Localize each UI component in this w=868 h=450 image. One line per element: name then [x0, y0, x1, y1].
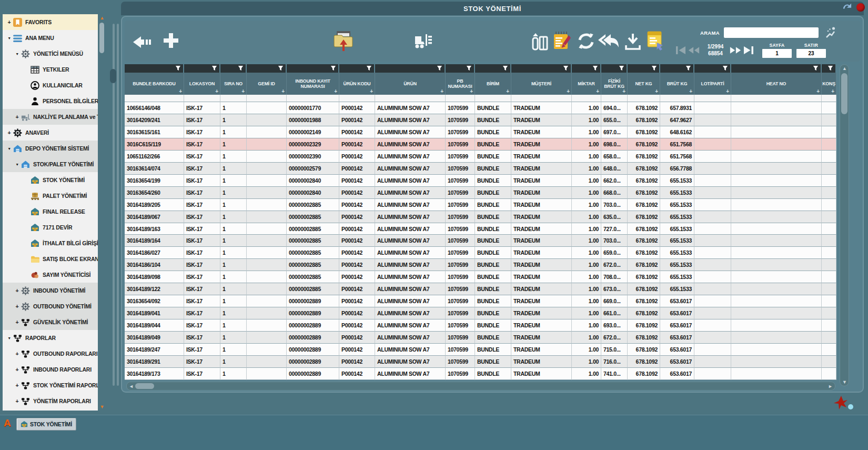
table-row[interactable]: 30164189/247ISK-17100000002889P000142ALU… — [125, 344, 838, 356]
undo-all-icon[interactable] — [598, 33, 621, 50]
collapse-icon[interactable]: ▼ — [6, 36, 12, 40]
table-row[interactable]: 30164186/104ISK-17100000002885P000142ALU… — [125, 259, 838, 271]
page-input[interactable] — [762, 49, 792, 58]
run-search-icon[interactable] — [825, 26, 837, 39]
sidebar-item-ana-menu[interactable]: ▼ANA MENU — [3, 30, 98, 46]
table-row[interactable]: 30164189/291ISK-17100000002889P000142ALU… — [125, 356, 838, 368]
sidebar-item-kullanicilar[interactable]: KULLANICILAR — [3, 77, 98, 93]
next-page-icon[interactable] — [730, 45, 741, 56]
entry-cell[interactable] — [511, 95, 572, 102]
expand-icon[interactable]: + — [14, 287, 20, 294]
export-icon[interactable] — [644, 30, 665, 51]
last-page-icon[interactable] — [743, 45, 754, 56]
expand-icon[interactable]: + — [14, 319, 20, 325]
collapse-icon[interactable]: ▼ — [14, 163, 20, 166]
table-row[interactable]: 30163654/092ISK-17100000002889P000142ALU… — [125, 295, 838, 307]
sidebar-item-depo-y-neti-m-si-stemi[interactable]: ▼DEPO YÖNETİM SİSTEMİ — [3, 141, 98, 156]
sidebar-item-palet-y-neti-mi[interactable]: PALET YÖNETİMİ — [3, 188, 98, 204]
scroll-up-icon[interactable]: ▲ — [99, 15, 105, 21]
entry-cell[interactable] — [628, 95, 660, 102]
filter-cell-kon[interactable] — [822, 64, 836, 73]
filter-cell-gemi-id[interactable] — [247, 64, 287, 73]
table-row[interactable]: 30164189/122ISK-17100000002885P000142ALU… — [125, 283, 838, 295]
sidebar-item-sayim-y-neti-ci-si[interactable]: SAYIM YÖNETİCİSİ — [3, 267, 98, 283]
column-header-r-n-kodu[interactable]: ÜRÜN KODU+ — [339, 73, 375, 95]
expand-icon[interactable]: + — [14, 398, 20, 404]
vertical-scrollbar-thumb[interactable] — [841, 73, 847, 114]
column-header-heat-no[interactable]: HEAT NO+ — [731, 73, 822, 95]
sidebar-item-inbound-y-neti-mi[interactable]: +INBOUND YÖNETİMİ — [3, 283, 98, 298]
undo-arrow-icon[interactable] — [841, 2, 853, 13]
column-header-mi-ktar[interactable]: MİKTAR+ — [572, 73, 601, 95]
filter-cell-r-n-kodu[interactable] — [339, 64, 375, 73]
vertical-scrollbar[interactable]: ▲ ▼ — [840, 64, 849, 386]
prev-page-icon[interactable] — [688, 45, 700, 56]
entry-cell[interactable] — [247, 95, 287, 102]
taskbar-app-button[interactable]: STOK YÖNETİMİ — [16, 418, 76, 431]
table-row[interactable]: 30164189/205ISK-17100000002885P000142ALU… — [125, 199, 838, 211]
filter-cell-m-teri[interactable] — [511, 64, 572, 73]
splitter-handle[interactable] — [110, 69, 116, 83]
sidebar-item-final-release[interactable]: FINAL RELEASE — [3, 204, 98, 219]
rows-input[interactable] — [796, 49, 826, 58]
table-row[interactable]: 10656146/048ISK-17100000001770P000142ALU… — [125, 102, 838, 114]
entry-cell[interactable] — [660, 95, 694, 102]
forklift-icon[interactable] — [413, 33, 433, 50]
entry-cell[interactable] — [446, 95, 475, 102]
table-row[interactable]: 30164209/241ISK-17100000001988P000142ALU… — [125, 114, 838, 126]
sort-icon[interactable]: + — [726, 88, 729, 95]
sidebar-item-y-neti-ci-men-s[interactable]: ▼YÖNETİCİ MENÜSÜ — [3, 46, 98, 62]
expand-icon[interactable]: + — [14, 351, 20, 357]
column-header-sira-no[interactable]: SIRA NO+ — [220, 73, 247, 95]
table-row[interactable]: 3016C615/119ISK-17100000002329P000142ALU… — [125, 138, 838, 151]
sort-icon[interactable]: + — [281, 88, 285, 95]
column-header-bundle-barkodu[interactable]: BUNDLE BARKODU+ — [125, 73, 184, 95]
table-row[interactable]: 30164189/173ISK-17100000002889P000142ALU… — [125, 368, 838, 380]
sidebar-item-stok-palet-y-neti-mi[interactable]: ▼STOK/PALET YÖNETİMİ — [3, 156, 98, 172]
filter-cell-br-t-kg[interactable] — [660, 64, 694, 73]
sort-icon[interactable]: + — [370, 88, 373, 95]
open-upload-icon[interactable] — [334, 30, 355, 52]
horizontal-scrollbar-thumb[interactable] — [135, 383, 154, 389]
sort-icon[interactable]: + — [179, 88, 182, 95]
entry-cell[interactable] — [601, 95, 628, 102]
sort-icon[interactable]: + — [816, 88, 820, 95]
table-row[interactable]: 30164189/067ISK-17100000002885P000142ALU… — [125, 211, 838, 223]
entry-cell[interactable] — [287, 95, 339, 102]
sort-icon[interactable]: + — [622, 88, 625, 95]
column-header-lokasyon[interactable]: LOKASYON+ — [184, 73, 220, 95]
scroll-down-icon[interactable]: ▼ — [99, 404, 105, 409]
filter-cell-lot-parti[interactable] — [694, 64, 731, 73]
refresh-icon[interactable] — [576, 31, 596, 51]
sort-icon[interactable]: + — [655, 88, 658, 95]
search-input[interactable] — [724, 27, 819, 38]
filter-cell-bundle-barkodu[interactable] — [125, 64, 184, 73]
sidebar-item-raporlar[interactable]: ▼RAPORLAR — [3, 330, 98, 346]
sidebar-item-personel-bi-lgi-leri[interactable]: PERSONEL BİLGİLERİ — [3, 93, 98, 109]
table-row[interactable]: 30163654/199ISK-17100000002840P000142ALU… — [125, 175, 838, 187]
filter-cell-sira-no[interactable] — [220, 64, 247, 73]
column-header-br-t-kg[interactable]: BRÜT KG+ — [660, 73, 694, 95]
table-row[interactable]: 30164189/044ISK-17100000002889P000142ALU… — [125, 319, 838, 332]
entry-cell[interactable] — [572, 95, 601, 102]
sidebar-item-y-neti-m-raporlari[interactable]: +YÖNETİM RAPORLARI — [3, 393, 98, 409]
close-icon[interactable] — [856, 3, 865, 12]
filter-cell-net-kg[interactable] — [628, 64, 660, 73]
sidebar-item-i-thalat-bi-lgi-gi-ri-i[interactable]: İTHALAT BİLGİ GİRİŞİ — [3, 235, 98, 251]
collapse-icon[interactable]: ▼ — [6, 336, 12, 340]
columns-icon[interactable] — [531, 32, 549, 51]
sidebar-item-outbound-raporlari[interactable]: +OUTBOUND RAPORLARI — [3, 346, 98, 362]
entry-cell[interactable] — [184, 95, 220, 102]
column-header-kon[interactable]: KONŞ+ — [822, 73, 836, 95]
horizontal-scrollbar[interactable]: ◄ ► — [126, 382, 835, 391]
sort-icon[interactable]: + — [440, 88, 443, 95]
sort-icon[interactable]: + — [567, 88, 570, 95]
sort-icon[interactable]: + — [596, 88, 599, 95]
first-page-icon[interactable] — [675, 45, 687, 56]
table-row[interactable]: 10651162/266ISK-17100000002390P000142ALU… — [125, 151, 838, 163]
entry-cell[interactable] — [125, 95, 184, 102]
download-icon[interactable] — [623, 32, 642, 51]
table-row[interactable]: 30163654/260ISK-17100000002840P000142ALU… — [125, 187, 838, 199]
sort-icon[interactable]: + — [689, 88, 692, 95]
expand-icon[interactable]: + — [14, 303, 20, 309]
